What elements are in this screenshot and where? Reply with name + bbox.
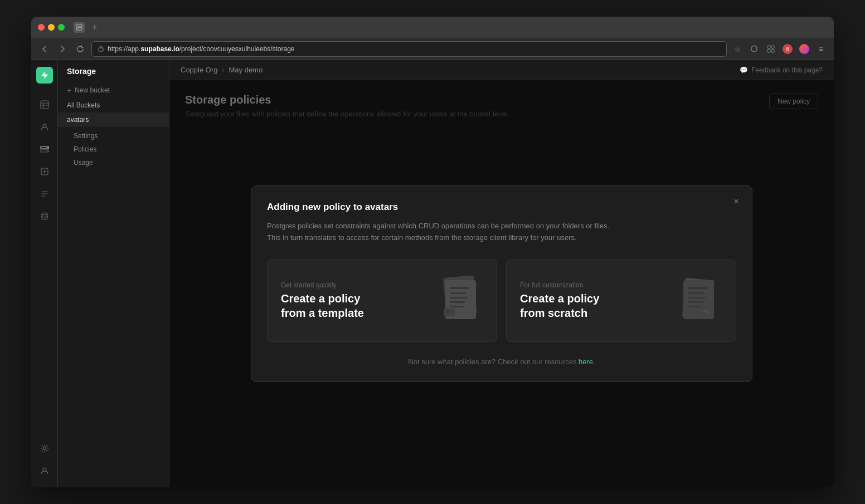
icon-sidebar <box>31 60 58 487</box>
breadcrumb-project[interactable]: May demo <box>229 66 263 74</box>
sidebar-icon-logs[interactable] <box>35 184 55 204</box>
policy-template-option[interactable]: Get started quickly Create a policy from… <box>267 260 497 342</box>
back-nav-button[interactable] <box>38 42 51 56</box>
traffic-lights <box>38 24 65 31</box>
svg-rect-24 <box>450 292 466 294</box>
modal-title: Adding new policy to avatars <box>267 202 736 213</box>
svg-rect-26 <box>450 301 465 303</box>
plus-icon: + <box>67 86 71 95</box>
all-buckets-link[interactable]: All Buckets <box>58 98 169 112</box>
modal-description: Postgres policies set constraints agains… <box>267 221 736 244</box>
profile-icon[interactable]: 8 <box>781 43 794 55</box>
svg-rect-23 <box>450 287 469 289</box>
avatars-bucket-item[interactable]: avatars <box>58 112 169 127</box>
svg-rect-34 <box>688 301 703 303</box>
sidebar-title: Storage <box>58 67 169 82</box>
feedback-button[interactable]: 💬 Feedback on this page? <box>740 66 823 74</box>
breadcrumb-bar: Copple Org › May demo 💬 Feedback on this… <box>169 60 834 80</box>
svg-rect-27 <box>450 306 464 307</box>
sidebar-icon-settings[interactable] <box>35 438 55 458</box>
policy-scratch-title: Create a policy from scratch <box>520 291 599 320</box>
svg-point-18 <box>42 213 47 215</box>
breadcrumb-org[interactable]: Copple Org <box>181 66 217 74</box>
policy-template-subtitle: Get started quickly <box>281 281 364 289</box>
svg-rect-33 <box>688 297 706 299</box>
browser-titlebar: + <box>31 17 834 38</box>
breadcrumb-separator-1: › <box>222 66 224 74</box>
page-content: Storage policies Safeguard your files wi… <box>169 80 834 487</box>
svg-point-19 <box>43 447 46 450</box>
url-text: https://app.supabase.io/project/coovcuuy… <box>108 45 295 53</box>
svg-rect-28 <box>444 308 455 317</box>
sidebar-icon-table[interactable] <box>35 95 55 115</box>
shield-icon[interactable] <box>748 43 760 55</box>
address-bar[interactable]: https://app.supabase.io/project/coovcuuy… <box>91 41 727 57</box>
minimize-button[interactable] <box>48 24 55 31</box>
close-button[interactable] <box>38 24 45 31</box>
template-doc-icon <box>439 276 483 326</box>
new-bucket-button[interactable]: + New bucket <box>58 82 169 98</box>
main-content: Copple Org › May demo 💬 Feedback on this… <box>169 60 834 487</box>
forward-nav-button[interactable] <box>56 42 69 56</box>
svg-rect-9 <box>41 101 48 109</box>
policy-template-text: Get started quickly Create a policy from… <box>281 281 364 320</box>
svg-rect-8 <box>771 50 774 52</box>
new-tab-button[interactable]: + <box>89 22 100 33</box>
scratch-doc-icon <box>678 276 722 326</box>
policy-scratch-subtitle: For full customization <box>520 281 599 289</box>
sidebar-icon-user[interactable] <box>35 461 55 481</box>
star-icon[interactable]: ☆ <box>731 43 743 55</box>
brand-logo[interactable] <box>36 67 53 84</box>
sidebar-icon-database[interactable] <box>35 206 55 226</box>
feedback-chat-icon: 💬 <box>740 66 748 74</box>
svg-point-16 <box>46 147 47 148</box>
tab-icon <box>74 22 85 33</box>
svg-rect-31 <box>688 287 707 289</box>
menu-icon[interactable]: ≡ <box>815 43 827 55</box>
policy-template-title: Create a policy from a template <box>281 291 364 320</box>
modal-footer: Not sure what policies are? Check out ou… <box>267 358 736 366</box>
svg-rect-32 <box>688 292 704 294</box>
policy-scratch-option[interactable]: For full customization Create a policy f… <box>506 260 736 342</box>
toolbar-actions: ☆ 8 ≡ <box>731 43 827 55</box>
svg-rect-4 <box>99 48 103 51</box>
firefox-icon[interactable] <box>798 43 810 55</box>
policy-scratch-text: For full customization Create a policy f… <box>520 281 599 320</box>
sidebar-icon-auth[interactable] <box>35 117 55 137</box>
modal-overlay: × Adding new policy to avatars Postgres … <box>169 80 834 487</box>
svg-point-20 <box>43 468 46 471</box>
policy-options: Get started quickly Create a policy from… <box>267 260 736 342</box>
bucket-sub-nav: Settings Policies Usage <box>58 127 169 172</box>
sidebar-icon-storage[interactable] <box>35 139 55 159</box>
svg-rect-35 <box>688 306 700 307</box>
add-policy-modal: × Adding new policy to avatars Postgres … <box>251 185 752 382</box>
svg-point-17 <box>46 150 47 151</box>
browser-toolbar: https://app.supabase.io/project/coovcuuy… <box>31 38 834 60</box>
modal-close-button[interactable]: × <box>730 195 743 208</box>
usage-sub-item[interactable]: Usage <box>58 156 169 169</box>
content-sidebar: Storage + New bucket All Buckets avatars… <box>58 60 169 487</box>
fullscreen-button[interactable] <box>58 24 65 31</box>
extensions-icon[interactable] <box>765 43 777 55</box>
resources-link[interactable]: here <box>579 358 593 366</box>
svg-rect-5 <box>767 46 770 48</box>
svg-rect-25 <box>450 297 468 299</box>
settings-sub-item[interactable]: Settings <box>58 129 169 143</box>
svg-rect-6 <box>771 46 774 48</box>
policies-sub-item[interactable]: Policies <box>58 143 169 156</box>
sidebar-icon-functions[interactable] <box>35 162 55 182</box>
app-layout: Storage + New bucket All Buckets avatars… <box>31 60 834 487</box>
security-icon <box>98 45 104 53</box>
svg-rect-7 <box>767 50 770 52</box>
reload-button[interactable] <box>74 42 87 56</box>
